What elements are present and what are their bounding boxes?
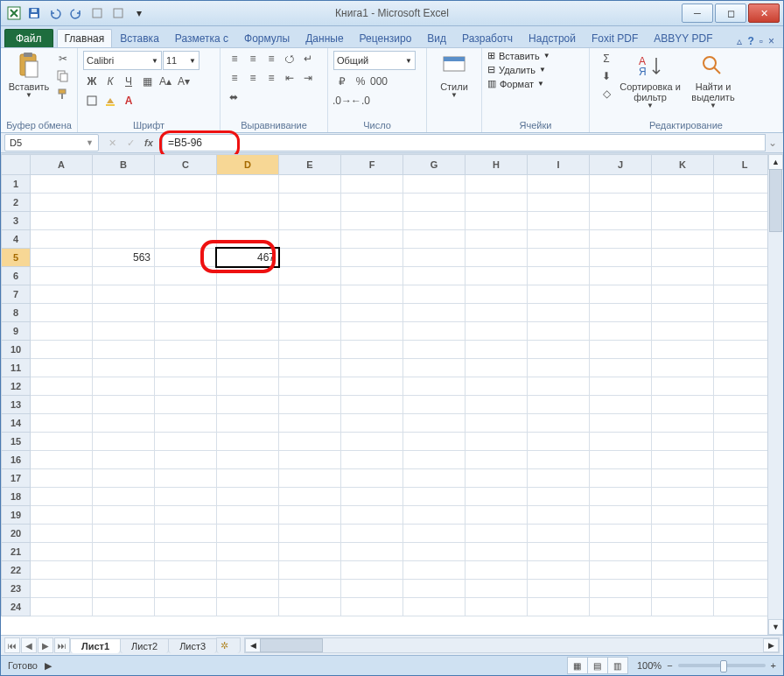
- sheet-tab-3[interactable]: Лист3: [168, 638, 217, 653]
- cell-G1[interactable]: [403, 175, 466, 194]
- cell-H12[interactable]: [466, 377, 528, 396]
- column-header[interactable]: K: [652, 155, 714, 175]
- align-right-icon[interactable]: ≡: [262, 69, 280, 87]
- cell-J17[interactable]: [590, 469, 652, 488]
- font-size-combo[interactable]: 11▼: [163, 51, 200, 70]
- cell-F9[interactable]: [341, 322, 403, 341]
- row-header[interactable]: 11: [2, 359, 31, 377]
- zoom-slider[interactable]: [678, 664, 766, 667]
- cell-D16[interactable]: [217, 451, 279, 469]
- cell-L24[interactable]: [714, 598, 776, 616]
- cell-J8[interactable]: [590, 304, 652, 322]
- cell-F15[interactable]: [341, 433, 403, 451]
- cell-D4[interactable]: [217, 230, 279, 249]
- page-layout-view-icon[interactable]: ▤: [587, 657, 608, 674]
- cell-D20[interactable]: [217, 525, 279, 543]
- cell-L9[interactable]: [714, 322, 776, 341]
- cell-C24[interactable]: [155, 598, 217, 616]
- row-header[interactable]: 20: [2, 525, 31, 543]
- cell-F11[interactable]: [341, 359, 403, 377]
- cell-L20[interactable]: [714, 525, 776, 543]
- column-header[interactable]: F: [341, 155, 403, 175]
- scroll-up-icon[interactable]: ▲: [768, 154, 783, 170]
- cell-G2[interactable]: [403, 194, 466, 212]
- cell-E6[interactable]: [279, 267, 341, 285]
- column-header[interactable]: L: [714, 155, 776, 175]
- cell-L8[interactable]: [714, 304, 776, 322]
- cell-B12[interactable]: [93, 377, 155, 396]
- cell-J23[interactable]: [590, 580, 652, 598]
- cell-F1[interactable]: [341, 175, 403, 194]
- vscroll-thumb[interactable]: [769, 169, 782, 232]
- cell-H5[interactable]: [466, 249, 528, 267]
- decrease-indent-icon[interactable]: ⇤: [281, 69, 298, 87]
- cell-J3[interactable]: [590, 212, 652, 230]
- cell-F8[interactable]: [341, 304, 403, 322]
- orientation-icon[interactable]: ⭯: [281, 50, 298, 67]
- align-bottom-icon[interactable]: ≡: [262, 50, 280, 67]
- cell-A1[interactable]: [31, 175, 93, 194]
- cell-I20[interactable]: [528, 525, 590, 543]
- prev-sheet-icon[interactable]: ◀: [21, 637, 37, 653]
- cell-H11[interactable]: [466, 359, 528, 377]
- cell-H6[interactable]: [466, 267, 528, 285]
- row-header[interactable]: 13: [2, 396, 31, 414]
- row-header[interactable]: 12: [2, 377, 31, 396]
- tab-view[interactable]: Вид: [419, 29, 454, 47]
- row-header[interactable]: 16: [2, 451, 31, 469]
- vertical-scrollbar[interactable]: ▲ ▼: [767, 154, 783, 635]
- column-header[interactable]: I: [528, 155, 590, 175]
- cell-B2[interactable]: [93, 194, 155, 212]
- cell-A19[interactable]: [31, 506, 93, 525]
- cell-F21[interactable]: [341, 543, 403, 561]
- cell-B17[interactable]: [93, 469, 155, 488]
- cell-A11[interactable]: [31, 359, 93, 377]
- cell-C8[interactable]: [155, 304, 217, 322]
- cell-E7[interactable]: [279, 285, 341, 304]
- cell-J13[interactable]: [590, 396, 652, 414]
- cell-D1[interactable]: [217, 175, 279, 194]
- cell-L22[interactable]: [714, 561, 776, 580]
- cell-I24[interactable]: [528, 598, 590, 616]
- cell-B3[interactable]: [93, 212, 155, 230]
- tab-insert[interactable]: Вставка: [112, 29, 167, 47]
- merge-center-icon[interactable]: ⬌: [226, 88, 242, 106]
- cell-E8[interactable]: [279, 304, 341, 322]
- cell-D10[interactable]: [217, 341, 279, 359]
- redo-icon[interactable]: [67, 4, 85, 22]
- cell-J19[interactable]: [590, 506, 652, 525]
- cell-H24[interactable]: [466, 598, 528, 616]
- cell-D5[interactable]: 467: [217, 249, 279, 267]
- macros-icon[interactable]: ▶: [45, 660, 52, 672]
- fill-icon[interactable]: ⬇: [598, 67, 615, 85]
- cell-E20[interactable]: [279, 525, 341, 543]
- scroll-down-icon[interactable]: ▼: [768, 619, 783, 635]
- cell-F20[interactable]: [341, 525, 403, 543]
- cell-K22[interactable]: [652, 561, 714, 580]
- column-header[interactable]: A: [31, 155, 93, 175]
- cell-K11[interactable]: [652, 359, 714, 377]
- cell-J6[interactable]: [590, 267, 652, 285]
- align-left-icon[interactable]: ≡: [226, 69, 243, 87]
- currency-icon[interactable]: ₽: [333, 73, 351, 90]
- cell-A14[interactable]: [31, 414, 93, 433]
- cell-K3[interactable]: [652, 212, 714, 230]
- cell-F2[interactable]: [341, 194, 403, 212]
- cell-H13[interactable]: [466, 396, 528, 414]
- cell-G4[interactable]: [403, 230, 466, 249]
- cell-I23[interactable]: [528, 580, 590, 598]
- cell-K16[interactable]: [652, 451, 714, 469]
- styles-button[interactable]: Стили▼: [432, 50, 476, 100]
- cell-A15[interactable]: [31, 433, 93, 451]
- cell-E1[interactable]: [279, 175, 341, 194]
- cell-D13[interactable]: [217, 396, 279, 414]
- cell-A13[interactable]: [31, 396, 93, 414]
- next-sheet-icon[interactable]: ▶: [38, 637, 53, 653]
- cell-I19[interactable]: [528, 506, 590, 525]
- cell-G21[interactable]: [403, 543, 466, 561]
- cell-C18[interactable]: [155, 488, 217, 506]
- cell-J18[interactable]: [590, 488, 652, 506]
- cell-G15[interactable]: [403, 433, 466, 451]
- cell-F18[interactable]: [341, 488, 403, 506]
- cell-K15[interactable]: [652, 433, 714, 451]
